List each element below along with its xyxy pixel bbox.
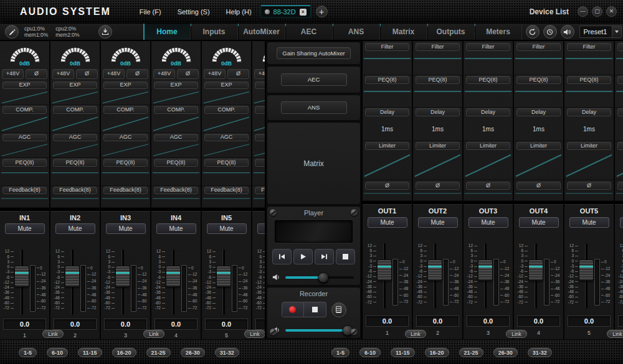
phase-button[interactable]: Ø: [466, 182, 510, 190]
dsp-curve-graph[interactable]: [151, 195, 201, 208]
dsp-curve-graph[interactable]: [615, 52, 623, 75]
module-button-feedback8[interactable]: Feedback(8): [154, 187, 198, 195]
module-button-feedback8[interactable]: Feedback(8): [255, 187, 265, 195]
preset-select[interactable]: Preset1: [579, 26, 622, 38]
mute-button[interactable]: Mute: [156, 223, 196, 234]
module-button-peq8[interactable]: PEQ(8): [567, 76, 611, 84]
page-button-11-15[interactable]: 11-15: [391, 348, 415, 357]
phase-graph[interactable]: [464, 190, 513, 201]
dsp-curve-graph[interactable]: [252, 114, 265, 133]
dsp-curve-graph[interactable]: [514, 151, 563, 180]
fader-thumb[interactable]: [216, 266, 231, 287]
mute-button[interactable]: Mute: [468, 217, 508, 228]
tab-outputs[interactable]: Outputs: [427, 24, 475, 40]
module-button-exp[interactable]: EXP: [2, 82, 47, 90]
device-tab[interactable]: 88-32D x: [260, 5, 311, 18]
page-button-21-25[interactable]: 21-25: [459, 348, 483, 357]
page-button-26-30[interactable]: 26-30: [493, 348, 518, 357]
dsp-curve-graph[interactable]: [0, 90, 49, 105]
dsp-curve-graph[interactable]: [252, 167, 265, 186]
tab-ans[interactable]: ANS: [333, 24, 380, 40]
phase-button[interactable]: Ø: [76, 69, 98, 78]
mute-button[interactable]: Mute: [55, 223, 95, 234]
refresh-button[interactable]: [526, 25, 540, 39]
page-button-31-32[interactable]: 31-32: [528, 348, 552, 357]
tab-meters[interactable]: Meters: [475, 24, 522, 40]
tab-inputs[interactable]: Inputs: [191, 24, 238, 40]
phantom-48v-button[interactable]: +48V: [204, 69, 226, 78]
module-button-peq8[interactable]: PEQ(8): [2, 159, 47, 167]
module-button-agc[interactable]: AGC: [2, 134, 47, 142]
page-button-16-20[interactable]: 16-20: [112, 348, 136, 357]
link-button[interactable]: Link: [42, 330, 64, 338]
mute-button[interactable]: [257, 223, 265, 234]
module-button-delay[interactable]: Delay: [567, 108, 611, 116]
phase-button[interactable]: Ø: [227, 69, 249, 78]
phase-button[interactable]: Ø: [567, 182, 611, 190]
recordings-list-button[interactable]: [331, 302, 346, 317]
aec-button[interactable]: AEC: [281, 73, 347, 86]
phase-button[interactable]: Ø: [617, 182, 623, 190]
module-button-feedback8[interactable]: Feedback(8): [103, 187, 148, 195]
dsp-curve-graph[interactable]: [464, 52, 513, 75]
module-button-exp[interactable]: EXP: [204, 82, 249, 90]
dsp-curve-graph[interactable]: [564, 85, 614, 108]
module-button-delay[interactable]: Delay: [516, 108, 561, 116]
dsp-curve-graph[interactable]: [564, 151, 614, 180]
module-button-exp[interactable]: EXP: [53, 82, 97, 90]
mute-button[interactable]: [620, 217, 623, 228]
module-button-exp[interactable]: EXP: [103, 82, 148, 90]
edit-button[interactable]: [5, 25, 19, 39]
next-track-button[interactable]: [315, 249, 334, 264]
menu-help[interactable]: Help (H): [226, 8, 252, 16]
mute-button[interactable]: Mute: [569, 217, 609, 228]
dsp-curve-graph[interactable]: [615, 85, 623, 108]
menu-setting[interactable]: Setting (S): [178, 8, 210, 16]
dsp-curve-graph[interactable]: [202, 114, 251, 133]
dsp-curve-graph[interactable]: [50, 90, 100, 105]
module-button-agc[interactable]: AGC: [53, 134, 97, 142]
fader-thumb[interactable]: [65, 266, 80, 287]
module-button-filter[interactable]: Filter: [365, 43, 409, 51]
dsp-curve-graph[interactable]: [252, 90, 265, 105]
dsp-curve-graph[interactable]: [615, 151, 623, 180]
dsp-curve-graph[interactable]: [363, 151, 412, 180]
phase-button[interactable]: Ø: [516, 182, 561, 190]
phase-graph[interactable]: [615, 190, 623, 201]
module-button-comp[interactable]: COMP.: [154, 106, 198, 114]
module-button-comp[interactable]: COMP.: [53, 106, 97, 114]
mute-button[interactable]: Mute: [207, 223, 247, 234]
module-button-filter[interactable]: Filter: [466, 43, 510, 51]
page-button-6-10[interactable]: 6-10: [359, 348, 381, 357]
dsp-curve-graph[interactable]: [50, 195, 100, 208]
module-button-peq8[interactable]: PEQ(8): [154, 159, 198, 167]
record-stop-button[interactable]: [304, 302, 326, 317]
module-button-limiter[interactable]: Limiter: [416, 142, 460, 150]
dsp-curve-graph[interactable]: [101, 142, 150, 158]
dsp-curve-graph[interactable]: [464, 151, 513, 180]
dsp-curve-graph[interactable]: [101, 167, 150, 186]
module-button-filter[interactable]: Filter: [617, 43, 623, 51]
module-button-peq8[interactable]: PEQ(8): [365, 76, 409, 84]
phase-graph[interactable]: [564, 190, 614, 201]
module-button-filter[interactable]: Filter: [567, 43, 611, 51]
mute-button[interactable]: Mute: [368, 217, 407, 228]
fader-thumb[interactable]: [166, 266, 181, 287]
dsp-curve-graph[interactable]: [252, 195, 265, 208]
module-button-peq8[interactable]: PEQ(8): [617, 76, 623, 84]
dsp-curve-graph[interactable]: [202, 142, 251, 158]
module-button-limiter[interactable]: Limiter: [466, 142, 510, 150]
recorder-volume-slider[interactable]: [285, 329, 354, 332]
module-button-delay[interactable]: Delay: [617, 108, 623, 116]
dsp-curve-graph[interactable]: [202, 90, 251, 105]
module-button-agc[interactable]: AGC: [103, 134, 148, 142]
dsp-curve-graph[interactable]: [363, 52, 412, 75]
device-list-button[interactable]: Device List: [530, 7, 569, 16]
page-button-6-10[interactable]: 6-10: [47, 348, 68, 357]
history-button[interactable]: [543, 25, 557, 39]
link-button[interactable]: Link: [506, 330, 527, 338]
phase-button[interactable]: Ø: [126, 69, 148, 78]
phase-graph[interactable]: [514, 190, 563, 201]
phantom-48v-button[interactable]: +48V: [2, 69, 24, 78]
previous-track-button[interactable]: [272, 249, 292, 264]
